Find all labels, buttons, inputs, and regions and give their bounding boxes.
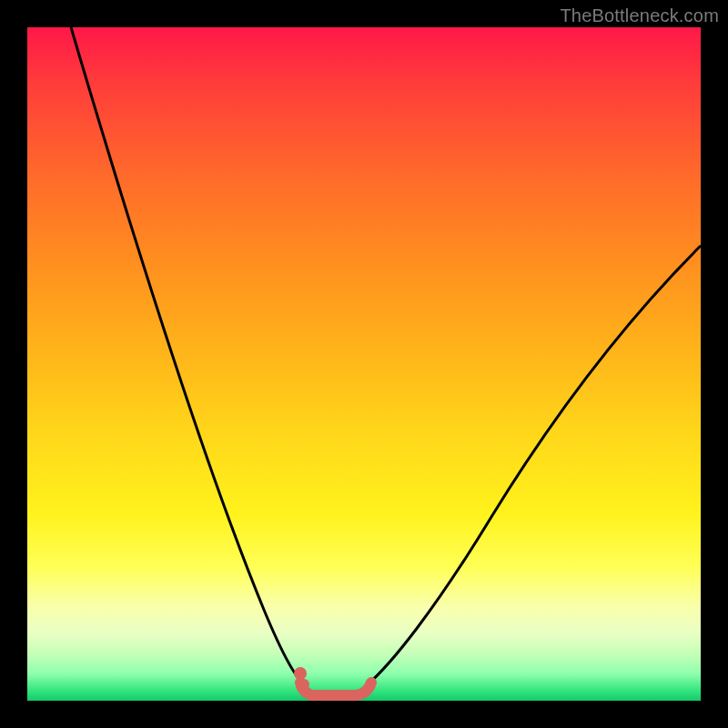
- curve-left-branch: [71, 27, 306, 686]
- watermark-text: TheBottleneck.com: [560, 5, 719, 26]
- bottleneck-curve: [27, 27, 701, 701]
- chart-frame: TheBottleneck.com: [0, 0, 728, 728]
- plot-area: [27, 27, 701, 701]
- curve-right-branch: [366, 246, 701, 686]
- marker-dot-start-2: [298, 679, 309, 690]
- marker-dot-start: [294, 667, 307, 680]
- curve-minimum-segment: [300, 682, 371, 695]
